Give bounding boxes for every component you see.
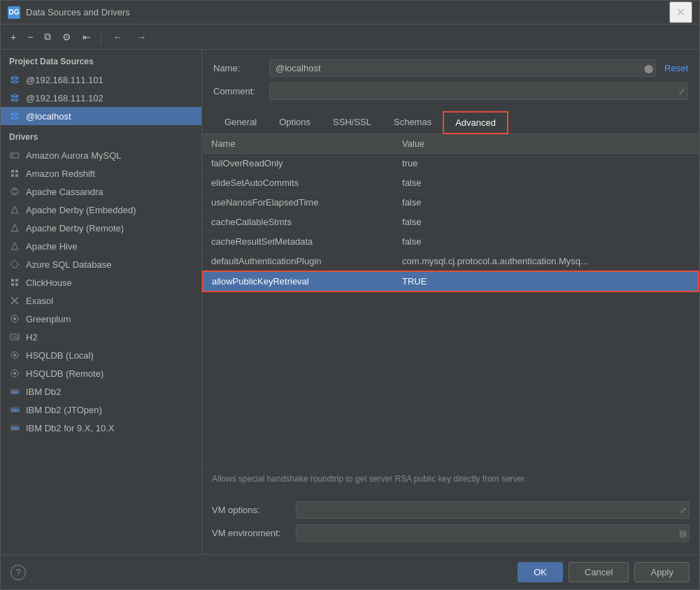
- driver-ibm-db2[interactable]: DB2 IBM Db2: [1, 382, 201, 401]
- table-row[interactable]: cacheCallableStmts false: [203, 213, 699, 232]
- cancel-button[interactable]: Cancel: [569, 562, 629, 582]
- driver-icon: [9, 313, 20, 324]
- form-area: Name: ⬤ Reset Comment: ⤢: [202, 50, 699, 111]
- driver-icon: [9, 150, 20, 161]
- duplicate-button[interactable]: ⧉: [40, 28, 55, 45]
- sidebar-item-localhost[interactable]: @localhost: [1, 107, 201, 125]
- comment-label: Comment:: [213, 86, 269, 96]
- help-button[interactable]: ?: [10, 565, 26, 580]
- remove-button[interactable]: −: [23, 29, 37, 45]
- datasource-localhost-label: @localhost: [26, 111, 71, 122]
- comment-expand-icon[interactable]: ⤢: [678, 87, 685, 96]
- driver-amazon-redshift[interactable]: Amazon Redshift: [1, 164, 201, 182]
- vm-env-row: VM environment: ▤: [212, 524, 690, 542]
- toolbar-separator: [101, 30, 101, 44]
- footer-left: ?: [10, 565, 26, 580]
- vm-options-input-wrap: ⤢: [296, 501, 690, 519]
- vm-options-expand-icon[interactable]: ⤢: [680, 505, 687, 515]
- reset-link[interactable]: Reset: [664, 63, 688, 73]
- table-row[interactable]: cacheResultSetMetadata false: [203, 232, 699, 252]
- settings-button[interactable]: ⚙: [58, 29, 76, 45]
- vm-options-label: VM options:: [212, 505, 296, 515]
- driver-greenplum[interactable]: Greenplum: [1, 310, 201, 328]
- apply-button[interactable]: Apply: [634, 562, 690, 582]
- driver-exasol[interactable]: Exasol: [1, 292, 201, 310]
- property-value-cell: false: [394, 173, 699, 193]
- name-expand-icon: ⬤: [644, 64, 653, 73]
- comment-input[interactable]: [269, 82, 688, 100]
- table-row[interactable]: elideSetAutoCommits false: [203, 173, 699, 193]
- driver-hsqldb-remote[interactable]: HSQLDB (Remote): [1, 364, 201, 382]
- property-value-cell: false: [394, 193, 699, 213]
- driver-icon: [9, 240, 20, 252]
- datasource-ip2-label: @192.168.111.102: [26, 93, 103, 103]
- driver-amazon-aurora[interactable]: Amazon Aurora MySQL: [1, 146, 201, 164]
- vm-env-icon[interactable]: ▤: [679, 528, 687, 538]
- driver-ibm-db2-jtopen-label: IBM Db2 (JTOpen): [26, 405, 102, 415]
- datasource-icon: [9, 92, 20, 103]
- name-input[interactable]: [269, 59, 656, 77]
- tab-ssh-ssl[interactable]: SSH/SSL: [322, 111, 383, 134]
- driver-hsqldb-local[interactable]: HSQLDB (Local): [1, 346, 201, 364]
- add-button[interactable]: +: [6, 29, 20, 45]
- driver-icon: DB2: [9, 386, 20, 397]
- tab-advanced[interactable]: Advanced: [443, 111, 508, 134]
- svg-marker-9: [11, 243, 18, 250]
- svg-rect-0: [10, 153, 19, 158]
- driver-exasol-label: Exasol: [26, 296, 53, 306]
- forward-button[interactable]: →: [131, 29, 152, 45]
- property-name-cell: useNanosForElapsedTime: [203, 193, 394, 213]
- svg-text:DB2: DB2: [11, 390, 20, 394]
- datasource-ip1-label: @192.168.111.101: [26, 75, 103, 85]
- table-row[interactable]: useNanosForElapsedTime false: [203, 193, 699, 213]
- driver-apache-hive[interactable]: Apache Hive: [1, 237, 201, 255]
- vm-options-input[interactable]: [296, 501, 690, 519]
- tab-options[interactable]: Options: [268, 111, 322, 134]
- property-name-cell: defaultAuthenticationPlugin: [203, 252, 394, 272]
- name-label: Name:: [213, 63, 269, 73]
- driver-apache-hive-label: Apache Hive: [26, 241, 78, 252]
- property-name-cell: elideSetAutoCommits: [203, 173, 394, 193]
- svg-rect-11: [11, 279, 14, 282]
- tab-schemas[interactable]: Schemas: [383, 111, 443, 134]
- tab-general[interactable]: General: [213, 111, 268, 134]
- driver-apache-derby-embedded-label: Apache Derby (Embedded): [26, 205, 136, 215]
- sidebar-item-ip1[interactable]: @192.168.111.101: [1, 71, 201, 89]
- driver-apache-cassandra[interactable]: Apache Cassandra: [1, 182, 201, 201]
- property-value-cell: com.mysql.cj.protocol.a.authentication.M…: [394, 252, 699, 272]
- vm-options-area: VM options: ⤢ VM environment: ▤: [202, 494, 699, 554]
- driver-icon: [9, 368, 20, 379]
- svg-text:DB2: DB2: [11, 408, 20, 412]
- svg-point-18: [13, 317, 16, 320]
- window-title: Data Sources and Drivers: [26, 7, 669, 17]
- driver-hsqldb-remote-label: HSQLDB (Remote): [26, 368, 103, 379]
- driver-icon: DB2: [9, 422, 20, 433]
- titlebar: DG Data Sources and Drivers ✕: [1, 1, 699, 24]
- back-button[interactable]: ←: [107, 29, 128, 45]
- svg-point-24: [13, 372, 16, 375]
- main-panel: Name: ⬤ Reset Comment: ⤢ Gene: [202, 50, 699, 554]
- driver-apache-derby-embedded[interactable]: Apache Derby (Embedded): [1, 201, 201, 219]
- vm-env-label: VM environment:: [212, 528, 296, 538]
- vm-env-input[interactable]: [296, 524, 690, 542]
- driver-apache-derby-remote[interactable]: Apache Derby (Remote): [1, 219, 201, 237]
- driver-amazon-aurora-label: Amazon Aurora MySQL: [26, 150, 122, 161]
- sidebar-item-ip2[interactable]: @192.168.111.102: [1, 89, 201, 107]
- driver-h2-label: H2: [26, 332, 38, 343]
- footer-buttons: OK Cancel Apply: [517, 562, 690, 582]
- driver-icon: [9, 259, 20, 270]
- table-row[interactable]: allowPublicKeyRetrieval TRUE: [203, 271, 699, 292]
- driver-azure-sql[interactable]: Azure SQL Database: [1, 255, 201, 273]
- driver-ibm-db2-jtopen[interactable]: DB2 IBM Db2 (JTOpen): [1, 401, 201, 419]
- svg-rect-13: [11, 283, 14, 286]
- driver-ibm-db2-9x[interactable]: DB2 IBM Db2 for 9.X, 10.X: [1, 419, 201, 437]
- table-row[interactable]: failOverReadOnly true: [203, 154, 699, 173]
- import-button[interactable]: ⇤: [78, 29, 95, 45]
- driver-h2[interactable]: H2 H2: [1, 328, 201, 346]
- driver-clickhouse[interactable]: ClickHouse: [1, 273, 201, 292]
- table-row[interactable]: defaultAuthenticationPlugin com.mysql.cj…: [203, 252, 699, 272]
- close-button[interactable]: ✕: [669, 1, 692, 23]
- property-name-cell: cacheCallableStmts: [203, 213, 394, 232]
- driver-ibm-db2-9x-label: IBM Db2 for 9.X, 10.X: [26, 423, 114, 433]
- ok-button[interactable]: OK: [517, 562, 563, 582]
